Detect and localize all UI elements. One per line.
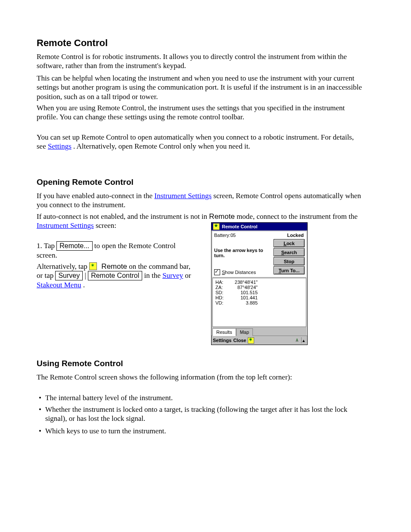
ha-value: 238°48'41" (227, 280, 258, 285)
tab-map[interactable]: Map (236, 328, 253, 336)
para-6: If auto-connect is not enabled, and the … (37, 212, 364, 230)
para-8b: Remote (101, 262, 127, 271)
hd-label: HD: (215, 295, 227, 300)
link-instrument-settings[interactable]: Instrument Settings (154, 192, 212, 200)
ha-label: HA: (215, 280, 227, 285)
footer-close[interactable]: Close (233, 338, 246, 343)
para-8: Alternatively, tap Remote on the command… (37, 262, 196, 289)
link-settings[interactable]: Settings (48, 142, 72, 150)
para-8f: . (83, 281, 85, 289)
sd-value: 101.515 (227, 290, 258, 295)
locked-status: Locked (287, 233, 304, 238)
para-5: If you have enabled auto-connect in the … (37, 191, 364, 210)
hd-value: 101.441 (227, 295, 258, 300)
za-value: 87°48'24" (227, 285, 258, 290)
para-4b: . Alternatively, open Remote Control onl… (73, 142, 250, 150)
arrow-up-icon[interactable] (301, 337, 306, 343)
sd-label: SD: (215, 290, 227, 295)
para-7: 1. Tap Remote... to open the Remote Cont… (37, 241, 196, 260)
bullet-1: The internal battery level of the instru… (45, 393, 364, 402)
stop-button[interactable]: Stop (274, 257, 305, 265)
para-6b: screen: (96, 221, 116, 230)
bullet-2: Whether the instrument is locked onto a … (45, 405, 364, 423)
tab-results[interactable]: Results (212, 328, 236, 336)
para-2: This can be helpful when locating the in… (37, 74, 364, 101)
para-8a: Alternatively, tap (37, 262, 89, 271)
survey-button-inline[interactable]: Survey (55, 271, 83, 280)
bullet-3: Which keys to use to turn the instrument… (45, 426, 364, 436)
remote-control-dialog: Remote Control Battery:05 Locked Use the… (211, 222, 308, 345)
heading-open-rc: Opening Remote Control (37, 177, 134, 187)
para-8e: or (185, 271, 191, 280)
footer-remote-icon[interactable] (248, 337, 254, 344)
vd-label: VD: (215, 300, 227, 305)
dialog-titlebar[interactable]: Remote Control (212, 223, 307, 230)
remote-control-button-inline[interactable]: Remote Control (88, 271, 142, 280)
para-4: You can set up Remote Control to open au… (37, 133, 364, 151)
heading-remote-control: Remote Control (37, 37, 108, 49)
para-7a: 1. Tap (37, 242, 56, 250)
para-3: When you are using Remote Control, the i… (37, 103, 364, 122)
lock-button[interactable]: Lock (274, 239, 305, 247)
turn-to-button[interactable]: Turn To... (274, 266, 305, 274)
para-6a: If auto-connect is not enabled, and the … (37, 212, 209, 221)
para-6a-cont: mode, connect to the instrument from the (237, 212, 358, 221)
search-button[interactable]: Search (274, 248, 305, 256)
link-stakeout[interactable]: Stakeout Menu (37, 281, 81, 289)
heading-using-rc: Using Remote Control (37, 359, 123, 368)
show-distances-label: Show Distances (222, 270, 256, 275)
para-8sep: | (84, 271, 88, 280)
warning-icon[interactable] (294, 337, 300, 343)
remote-button-inline[interactable]: Remote... (56, 241, 92, 251)
dialog-title: Remote Control (222, 224, 258, 229)
link-survey[interactable]: Survey (162, 271, 183, 280)
za-label: ZA: (215, 285, 227, 290)
para-9: The Remote Control screen shows the foll… (37, 373, 364, 382)
link-instrument-settings-2[interactable]: Instrument Settings (37, 221, 94, 230)
app-icon (213, 223, 220, 230)
para-6a-italic: Remote (209, 212, 235, 221)
readout-box: HA:238°48'41" ZA:87°48'24" SD:101.515 HD… (212, 278, 306, 327)
hint-text: Use the arrow keys to turn. (214, 248, 266, 258)
show-distances-checkbox[interactable] (214, 269, 220, 275)
para-5a: If you have enabled auto-connect in the (37, 192, 154, 200)
para-1: Remote Control is for robotic instrument… (37, 52, 364, 71)
footer-settings[interactable]: Settings (213, 338, 231, 343)
para-8d: in the (144, 271, 162, 280)
vd-value: 3.885 (227, 300, 258, 305)
remote-icon (89, 262, 97, 270)
